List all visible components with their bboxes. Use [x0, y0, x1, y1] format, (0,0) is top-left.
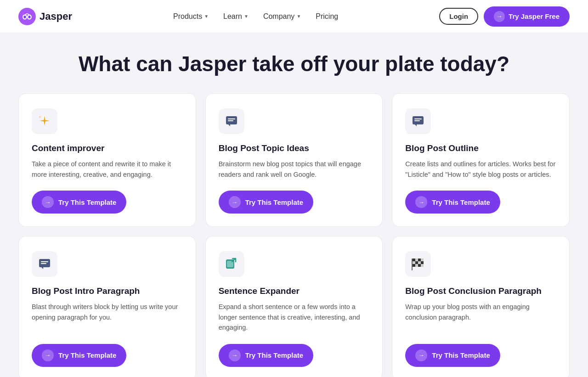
nav-pricing[interactable]: Pricing	[316, 12, 338, 21]
card-icon-wrap	[405, 108, 431, 134]
checkered-flag-icon	[411, 257, 425, 271]
svg-rect-9	[414, 118, 422, 119]
svg-rect-21	[415, 261, 418, 264]
card-desc: Brainstorm new blog post topics that wil…	[219, 159, 370, 180]
card-icon-wrap	[32, 251, 57, 277]
logo[interactable]: Jasper	[18, 8, 72, 25]
try-template-button-blog-post-outline[interactable]: → Try This Template	[405, 191, 500, 214]
card-content-improver: Content improver Take a piece of content…	[18, 93, 196, 227]
login-button[interactable]: Login	[439, 8, 478, 25]
card-blog-post-conclusion: Blog Post Conclusion Paragraph Wrap up y…	[392, 236, 570, 377]
try-template-button-blog-post-topic-ideas[interactable]: → Try This Template	[219, 191, 313, 214]
svg-point-3	[24, 16, 26, 18]
card-icon-wrap	[32, 108, 57, 134]
chat-intro-icon	[38, 257, 51, 271]
card-blog-post-topic-ideas: Blog Post Topic Ideas Brainstorm new blo…	[205, 93, 383, 227]
svg-rect-18	[418, 259, 421, 261]
card-desc: Wrap up your blog posts with an engaging…	[405, 302, 556, 332]
card-title: Content improver	[32, 143, 183, 153]
svg-rect-26	[418, 264, 421, 267]
svg-rect-12	[41, 261, 48, 262]
svg-rect-27	[421, 264, 424, 267]
chevron-down-icon: ▼	[204, 14, 209, 19]
logo-icon	[18, 8, 36, 25]
svg-rect-22	[418, 261, 421, 264]
logo-text: Jasper	[40, 11, 72, 23]
svg-point-0	[18, 8, 36, 25]
sparkle-icon	[37, 114, 52, 129]
arrow-right-icon: →	[415, 349, 427, 361]
card-title: Blog Post Topic Ideas	[219, 143, 370, 153]
try-template-button-blog-post-conclusion[interactable]: → Try This Template	[405, 344, 500, 367]
nav-learn[interactable]: Learn ▼	[223, 12, 249, 21]
try-jasper-free-button[interactable]: → Try Jasper Free	[484, 6, 570, 27]
svg-rect-10	[414, 120, 420, 121]
try-template-button-blog-post-intro[interactable]: → Try This Template	[32, 344, 126, 367]
arrow-right-icon: →	[42, 196, 54, 208]
try-template-button-sentence-expander[interactable]: → Try This Template	[219, 344, 313, 367]
card-title: Blog Post Intro Paragraph	[32, 286, 183, 296]
card-desc: Blast through writers block by letting u…	[32, 302, 183, 332]
arrow-right-icon: →	[494, 11, 505, 22]
svg-rect-20	[413, 261, 415, 264]
card-title: Sentence Expander	[219, 286, 370, 296]
card-icon-wrap	[405, 251, 431, 277]
cards-grid: Content improver Take a piece of content…	[18, 93, 570, 377]
svg-rect-23	[421, 261, 424, 264]
try-template-button-content-improver[interactable]: → Try This Template	[32, 191, 126, 214]
card-blog-post-intro: Blog Post Intro Paragraph Blast through …	[18, 236, 196, 377]
arrow-right-icon: →	[229, 349, 241, 361]
card-icon-wrap	[219, 251, 244, 277]
card-desc: Take a piece of content and rewrite it t…	[32, 159, 183, 180]
svg-rect-19	[421, 259, 424, 261]
card-title: Blog Post Outline	[405, 143, 556, 153]
svg-rect-28	[412, 259, 413, 270]
svg-rect-24	[413, 264, 415, 267]
chevron-down-icon: ▼	[296, 14, 301, 19]
arrow-right-icon: →	[42, 349, 54, 361]
chat-outline-icon	[411, 114, 425, 128]
nav-actions: Login → Try Jasper Free	[439, 6, 570, 27]
chevron-down-icon: ▼	[244, 14, 249, 19]
card-sentence-expander: Sentence Expander Expand a short sentenc…	[205, 236, 383, 377]
card-desc: Create lists and outlines for articles. …	[405, 159, 556, 180]
nav-company[interactable]: Company ▼	[263, 12, 301, 21]
hero-title: What can Jasper take off your plate toda…	[18, 51, 570, 77]
card-blog-post-outline: Blog Post Outline Create lists and outli…	[392, 93, 570, 227]
main-content: What can Jasper take off your plate toda…	[0, 33, 588, 377]
arrow-right-icon: →	[229, 196, 241, 208]
svg-point-4	[28, 16, 31, 18]
svg-rect-17	[415, 259, 418, 261]
svg-rect-7	[228, 120, 233, 121]
svg-rect-13	[41, 263, 46, 264]
card-title: Blog Post Conclusion Paragraph	[405, 286, 556, 296]
chat-icon	[225, 114, 238, 128]
svg-rect-25	[415, 264, 418, 267]
expand-icon	[225, 257, 238, 271]
nav-links: Products ▼ Learn ▼ Company ▼ Pricing	[173, 12, 338, 21]
svg-rect-6	[228, 118, 235, 119]
nav-products[interactable]: Products ▼	[173, 12, 209, 21]
card-icon-wrap	[219, 108, 244, 134]
svg-rect-16	[413, 259, 415, 261]
navbar: Jasper Products ▼ Learn ▼ Company ▼ Pric…	[0, 0, 588, 33]
card-desc: Expand a short sentence or a few words i…	[219, 302, 370, 332]
arrow-right-icon: →	[415, 196, 427, 208]
